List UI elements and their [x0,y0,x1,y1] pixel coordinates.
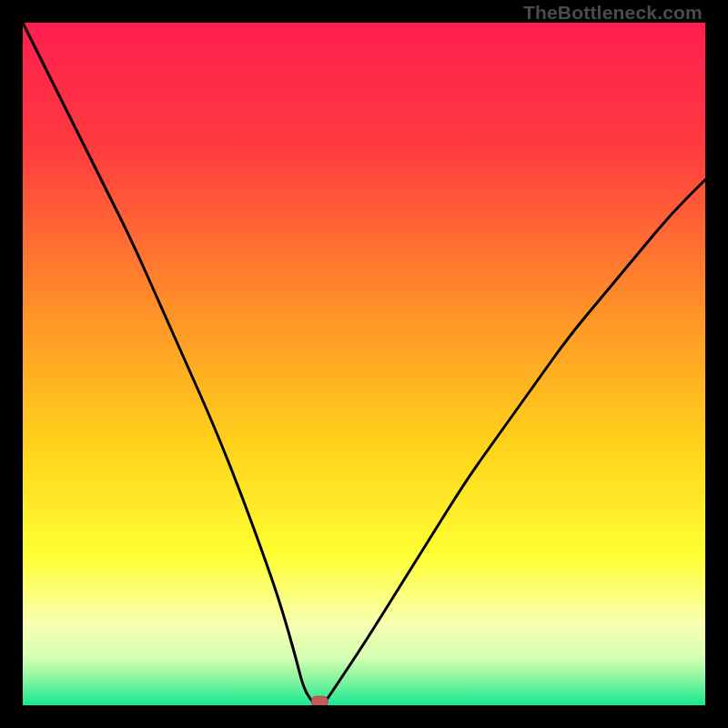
plot-area [23,23,705,705]
watermark-text: TheBottleneck.com [523,2,703,24]
bottleneck-curve [23,23,705,705]
optimal-marker [311,696,328,705]
outer-frame: TheBottleneck.com [0,0,728,728]
chart-svg [23,23,705,705]
